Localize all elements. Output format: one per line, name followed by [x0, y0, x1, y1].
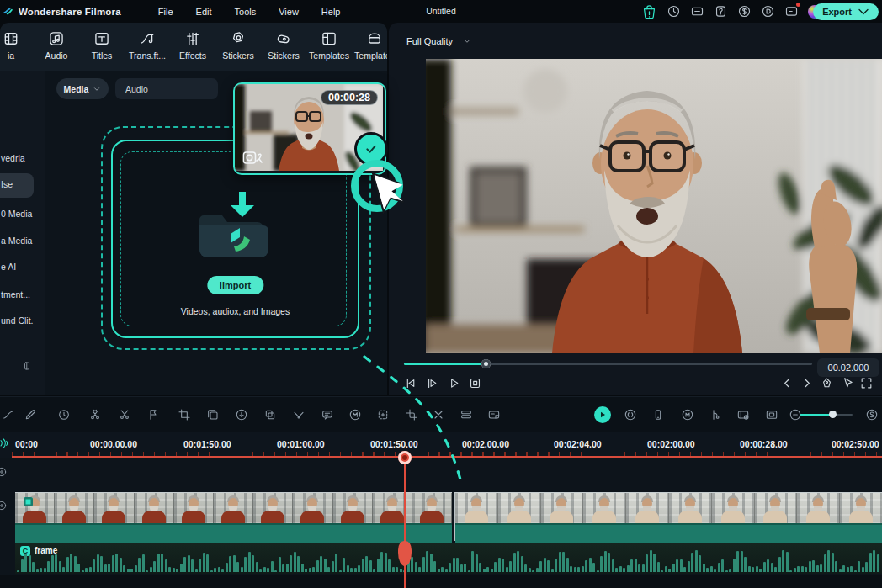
import-caption: Videos, audiox, and Images	[113, 306, 358, 316]
chev-left-button[interactable]	[780, 376, 794, 390]
clock-icon[interactable]	[667, 4, 681, 19]
select-area-tool[interactable]	[376, 408, 390, 421]
menu-item-file[interactable]: File	[158, 7, 173, 17]
tab-audio[interactable]: Audio	[34, 30, 79, 61]
menu-item-edit[interactable]: Edit	[196, 7, 212, 17]
crop-rotate-tool[interactable]	[405, 408, 418, 421]
history-tool[interactable]	[57, 408, 71, 421]
track-toggle-icon[interactable]	[0, 466, 8, 478]
tab-trans-ft-[interactable]: Trans.ft...	[125, 30, 170, 61]
add-track-tool[interactable]	[736, 408, 750, 421]
scissors-tool[interactable]	[118, 408, 131, 421]
expand-button[interactable]	[859, 376, 874, 390]
play-step-button[interactable]	[425, 376, 439, 390]
loop-tool[interactable]	[624, 408, 637, 421]
menu-item-help[interactable]: Help	[321, 7, 341, 17]
ripple-flag-tool[interactable]	[147, 408, 161, 421]
video-preview[interactable]	[426, 59, 882, 353]
sidebar-item[interactable]: Ise	[1, 179, 13, 189]
layers-tool[interactable]	[460, 408, 473, 421]
media-type-dropdown[interactable]: Media	[56, 78, 109, 99]
menu-item-view[interactable]: View	[279, 7, 299, 17]
sidebar-item[interactable]: vedria	[1, 153, 25, 163]
tab-effects[interactable]: Effects	[170, 30, 215, 61]
track-toggle-icon[interactable]	[0, 500, 8, 511]
menu-item-tools[interactable]: Tools	[235, 7, 257, 17]
keyboard-icon[interactable]	[690, 4, 704, 19]
play-button[interactable]	[447, 376, 461, 390]
stop-button[interactable]	[468, 376, 482, 390]
scrubber-handle[interactable]	[481, 359, 491, 368]
curve-tool-tool[interactable]	[2, 408, 15, 421]
restore-icon[interactable]	[761, 4, 775, 19]
keyframe-v-tool[interactable]	[292, 408, 306, 421]
tiny-cursor-button[interactable]	[840, 376, 854, 390]
filmora-window: Wondershare Filmora FileEditToolsViewHel…	[0, 0, 882, 588]
video-clip-2[interactable]	[454, 492, 882, 541]
waveform-bar	[657, 562, 660, 572]
prev-frame-button[interactable]	[403, 376, 417, 390]
comment-tool[interactable]	[321, 408, 334, 421]
preview-scrubber[interactable]	[404, 363, 812, 365]
zoom-out-tool[interactable]	[789, 408, 802, 421]
phone-tool[interactable]	[651, 408, 665, 421]
sidebar-item[interactable]: a Media	[1, 236, 32, 246]
waveform-bar	[279, 557, 281, 572]
export-card-tool[interactable]	[487, 408, 501, 421]
ruler-label: 00:02:04.00	[554, 439, 602, 449]
collapse-panel-icon[interactable]	[22, 359, 32, 373]
waveform-bar	[418, 567, 421, 572]
snap-tool[interactable]	[865, 408, 879, 421]
tab-templates[interactable]: Templates	[306, 30, 352, 61]
sidebar-item[interactable]: und Clit.	[1, 315, 34, 326]
duplicate-tool[interactable]	[206, 408, 220, 421]
playhead-line[interactable]	[404, 451, 406, 588]
delete-x-tool[interactable]	[432, 408, 445, 421]
play-record-tool[interactable]	[594, 406, 611, 423]
waveform-bar	[524, 564, 527, 572]
waveform-bar	[592, 563, 595, 572]
chev-right-button[interactable]	[800, 376, 814, 390]
import-button[interactable]: Iimport	[207, 276, 263, 294]
screen-record-icon[interactable]	[784, 4, 799, 19]
clip-frame-thumbnail	[135, 493, 174, 523]
tag-button[interactable]	[820, 376, 834, 390]
waveform-bar	[604, 551, 607, 572]
timeline-ruler[interactable]: 00:0000:00.00.0000:01:50.0000:01:00.0000…	[0, 432, 882, 458]
waveform-bar	[180, 564, 183, 572]
export-button[interactable]: Export	[813, 3, 879, 20]
waveform-bar	[801, 566, 804, 572]
playhead-marker[interactable]	[398, 451, 412, 464]
help-icon[interactable]	[714, 4, 728, 19]
timeline-zoom-slider[interactable]	[800, 414, 853, 416]
search-input[interactable]: Audio	[115, 78, 218, 99]
sidebar-item[interactable]: e AI	[1, 262, 16, 272]
copy-tool[interactable]	[263, 408, 277, 421]
split-scissors-tool[interactable]	[88, 408, 102, 421]
waveform-bar	[752, 567, 754, 572]
waveform-bar	[600, 556, 603, 572]
tab-ia[interactable]: ia	[0, 30, 34, 61]
sidebar-item[interactable]: tment...	[1, 289, 30, 299]
waveform-bar	[241, 567, 243, 572]
download-tool[interactable]	[235, 408, 248, 421]
waveform-bar	[778, 557, 781, 572]
waveform-bar	[347, 565, 349, 572]
crop-tool[interactable]	[178, 408, 191, 421]
zoom-slider-handle[interactable]	[829, 411, 837, 418]
tab-stickers[interactable]: Stickers	[215, 30, 261, 61]
dollar-icon[interactable]	[737, 4, 752, 19]
video-clip-1[interactable]	[15, 492, 452, 541]
gift-icon[interactable]	[641, 3, 657, 19]
m-circle-tool[interactable]	[348, 408, 362, 421]
tab-stickers[interactable]: Stickers	[261, 30, 306, 61]
mute-tool[interactable]	[681, 408, 694, 421]
tab-templates[interactable]: Templates	[352, 30, 387, 61]
sidebar-item[interactable]: 0 Media	[1, 209, 32, 219]
tab-titles[interactable]: Titles	[79, 30, 125, 61]
audio-clip[interactable]: C frame	[15, 543, 882, 574]
pen-tool[interactable]	[24, 408, 37, 421]
split-node-tool[interactable]	[709, 408, 722, 421]
screen-fit-tool[interactable]	[765, 408, 778, 421]
quality-dropdown[interactable]: Full Quality	[406, 36, 471, 46]
